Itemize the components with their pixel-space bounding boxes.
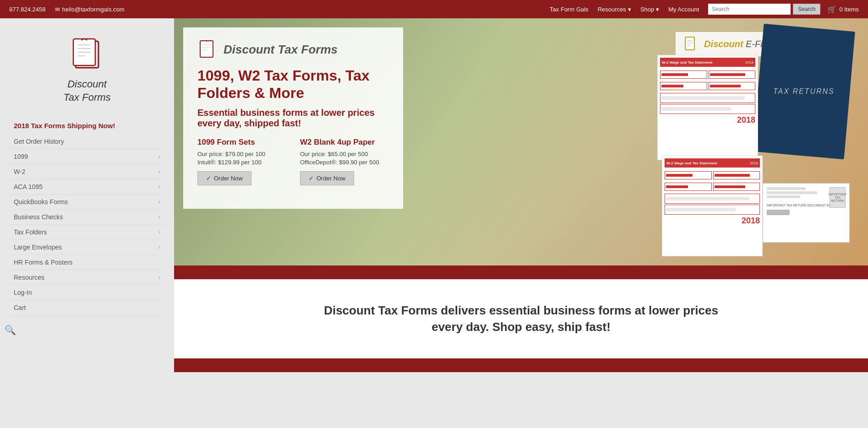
- order-1099-button[interactable]: ✓ Order Now: [197, 171, 251, 185]
- main-content: Discount Tax Forms 1099, W2 Tax Forms, T…: [174, 18, 868, 428]
- product-w2-compare: OfficeDepot®: $99.90 per 500: [300, 159, 389, 166]
- product-w2-price: Our price: $65.00 per 500: [300, 151, 389, 157]
- hero-banner: Discount Tax Forms 1099, W2 Tax Forms, T…: [174, 18, 868, 265]
- sidebar-logo: Discount Tax Forms: [0, 27, 174, 118]
- w2-form-1: W-2 Wage and Tax Statement2018 2018: [657, 55, 758, 160]
- sidebar-highlight: 2018 Tax Forms Shipping Now!: [9, 118, 165, 134]
- hero-brand-text: Discount Tax Forms: [224, 43, 338, 57]
- email-icon: ✉: [55, 6, 60, 13]
- cart-icon: 🛒: [827, 5, 836, 14]
- sidebar-item-login[interactable]: Log-In: [9, 285, 165, 300]
- search-icon[interactable]: 🔍: [5, 325, 16, 335]
- search-button[interactable]: Search: [793, 4, 820, 15]
- chevron-right-icon: ›: [158, 214, 160, 220]
- form-stack: Discount E-File TAX RETURNS W-2 Wage and…: [648, 27, 854, 256]
- product-w2-title: W2 Blank 4up Paper: [300, 138, 389, 147]
- sidebar-item-folders[interactable]: Tax Folders ›: [9, 225, 165, 240]
- order-w2-button[interactable]: ✓ Order Now: [300, 171, 354, 185]
- svg-rect-3: [685, 37, 694, 50]
- chevron-right-icon: ›: [158, 274, 160, 281]
- nav-shop[interactable]: Shop ▾: [640, 6, 659, 13]
- top-bar: 877.824.2458 ✉ hello@taxformgals.com Tax…: [0, 0, 868, 18]
- efile-brand-text: Discount E-File: [704, 39, 770, 49]
- sidebar-item-quickbooks[interactable]: QuickBooks Forms ›: [9, 195, 165, 210]
- chevron-right-icon: ›: [158, 153, 160, 160]
- svg-rect-2: [200, 41, 213, 57]
- sidebar-item-resources[interactable]: Resources ›: [9, 270, 165, 285]
- sidebar: Discount Tax Forms 2018 Tax Forms Shippi…: [0, 18, 174, 428]
- product-1099: 1099 Form Sets Our price: $79.00 per 100…: [197, 138, 286, 185]
- cart-count: 0 Items: [839, 6, 859, 13]
- logo-icon: [69, 37, 105, 73]
- lower-tagline: Discount Tax Forms delivers essential bu…: [315, 302, 727, 336]
- chevron-right-icon: ›: [158, 199, 160, 205]
- sidebar-item-cart[interactable]: Cart: [9, 300, 165, 315]
- envelope-mockup: IMPORTANTTAXRETURN IMPORTANT TAX RETURN …: [763, 183, 850, 243]
- sidebar-item-w2[interactable]: W-2 ›: [9, 164, 165, 179]
- phone-number: 877.824.2458: [9, 6, 46, 13]
- chevron-right-icon: ›: [158, 229, 160, 235]
- logo-text: Discount Tax Forms: [14, 78, 160, 104]
- nav-taxformgals[interactable]: Tax Form Gals: [550, 6, 589, 13]
- cart-area[interactable]: 🛒 0 Items: [827, 5, 859, 14]
- hero-products: 1099 Form Sets Our price: $79.00 per 100…: [197, 138, 389, 185]
- sidebar-item-aca1095[interactable]: ACA 1095 ›: [9, 179, 165, 195]
- lower-section: Discount Tax Forms delivers essential bu…: [174, 279, 868, 358]
- sidebar-search[interactable]: 🔍: [0, 315, 174, 336]
- search-input[interactable]: [708, 4, 791, 15]
- nav-myaccount[interactable]: My Account: [668, 6, 699, 13]
- chevron-right-icon: ›: [158, 184, 160, 190]
- sidebar-nav: 2018 Tax Forms Shipping Now! Get Order H…: [0, 118, 174, 315]
- email-link[interactable]: ✉ hello@taxformgals.com: [55, 6, 125, 13]
- stamp: IMPORTANTTAXRETURN: [830, 187, 846, 208]
- hero-brand: Discount Tax Forms: [197, 39, 389, 60]
- product-1099-compare: Intuit®: $129.99 per 100: [197, 159, 286, 166]
- sidebar-item-checks[interactable]: Business Checks ›: [9, 210, 165, 225]
- hero-panel-left: Discount Tax Forms 1099, W2 Tax Forms, T…: [183, 27, 403, 209]
- chevron-down-icon: ▾: [656, 6, 659, 13]
- top-nav: Tax Form Gals Resources ▾ Shop ▾ My Acco…: [550, 6, 699, 13]
- product-1099-price: Our price: $79.00 per 100: [197, 151, 286, 157]
- tax-folder: TAX RETURNS: [753, 24, 855, 159]
- hero-headline: 1099, W2 Tax Forms, Tax Folders & More: [197, 67, 389, 102]
- checkmark-icon: ✓: [206, 175, 211, 182]
- chevron-right-icon: ›: [158, 168, 160, 175]
- sidebar-item-1099[interactable]: 1099 ›: [9, 149, 165, 164]
- checkmark-icon: ✓: [309, 175, 314, 182]
- sidebar-item-hr-forms[interactable]: HR Forms & Posters: [9, 255, 165, 270]
- sidebar-item-order-history[interactable]: Get Order History: [9, 134, 165, 149]
- red-divider: [174, 265, 868, 279]
- w2-form-2: W-2 Wage and Tax Statement2018 2018: [662, 156, 763, 256]
- bottom-bar: [174, 358, 868, 372]
- nav-resources[interactable]: Resources ▾: [598, 6, 631, 13]
- page-layout: Discount Tax Forms 2018 Tax Forms Shippi…: [0, 18, 868, 428]
- chevron-down-icon: ▾: [628, 6, 631, 13]
- product-1099-title: 1099 Form Sets: [197, 138, 286, 147]
- hero-subheadline: Essential business forms at lower prices…: [197, 108, 389, 129]
- sidebar-item-envelopes[interactable]: Large Envelopes ›: [9, 240, 165, 255]
- chevron-right-icon: ›: [158, 244, 160, 250]
- product-w2: W2 Blank 4up Paper Our price: $65.00 per…: [300, 138, 389, 185]
- search-area: Search: [708, 4, 820, 15]
- tax-folder-label: TAX RETURNS: [773, 87, 835, 96]
- address-block: [767, 187, 823, 198]
- brand-icon: [197, 39, 218, 60]
